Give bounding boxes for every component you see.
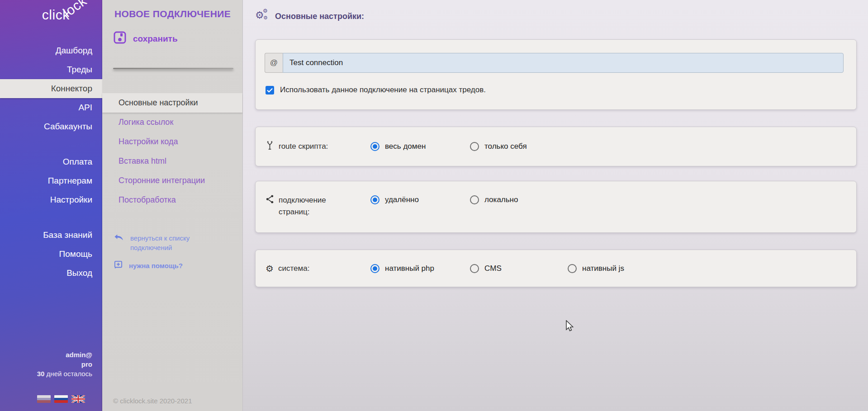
sidebar-item-dashboard[interactable]: Дашборд — [0, 41, 102, 60]
radio-remote[interactable]: удалённо — [370, 195, 419, 204]
radio-cms[interactable]: CMS — [470, 264, 502, 273]
menu-item-main-settings[interactable]: Основные настройки — [102, 93, 242, 113]
connection-name-input[interactable] — [283, 53, 844, 73]
menu-item-html-insert[interactable]: Вставка html — [102, 151, 242, 171]
menu-item-link-logic[interactable]: Логика ссылок — [102, 113, 242, 132]
flag-russia-faded-icon[interactable] — [37, 395, 51, 403]
language-switcher — [37, 395, 85, 403]
radio-native-js[interactable]: нативный js — [568, 264, 624, 273]
sidebar-item-subaccounts[interactable]: Сабакаунты — [0, 117, 102, 136]
sidebar-item-payment[interactable]: Оплата — [0, 152, 102, 171]
radio-selected-icon[interactable] — [370, 195, 379, 204]
account-email: admin@ — [37, 350, 92, 359]
route-script-label: route скрипта: — [266, 127, 328, 166]
divider — [113, 68, 233, 69]
help-link-label: нужна помощь? — [129, 262, 183, 269]
save-button[interactable]: сохранить — [111, 29, 180, 48]
radio-whole-domain[interactable]: весь домен — [370, 142, 426, 151]
sidebar-item-partners[interactable]: Партнерам — [0, 171, 102, 190]
gear-icon: ⚙ — [266, 264, 274, 273]
app-screen: clicklock Дашборд Треды Коннектор API Са… — [0, 0, 868, 411]
connection-panel: НОВОЕ ПОДКЛЮЧЕНИЕ сохранить Основные нас… — [102, 0, 243, 411]
sidebar-item-help[interactable]: Помощь — [0, 245, 102, 264]
radio-unselected-icon[interactable] — [568, 264, 577, 273]
sidebar-item-knowledge-base[interactable]: База знаний — [0, 226, 102, 245]
gears-icon: ⚙⚙⚙ — [255, 9, 270, 24]
radio-selected-icon[interactable] — [370, 264, 379, 273]
flag-uk-icon[interactable] — [71, 395, 85, 403]
radio-unselected-icon[interactable] — [470, 195, 479, 204]
save-icon — [113, 31, 127, 47]
back-to-connections-link[interactable]: вернуться к списку подключений — [114, 233, 207, 252]
menu-item-postprocessing[interactable]: Постобработка — [102, 190, 242, 210]
radio-local[interactable]: локально — [470, 195, 518, 204]
system-card: ⚙ система: нативный php CMS нативный js — [255, 250, 857, 287]
days-text: дней осталось — [47, 370, 92, 378]
spacer — [0, 209, 102, 226]
days-number: 30 — [37, 370, 45, 378]
account-days-left: 30 дней осталось — [37, 369, 92, 378]
connection-name-card: @ Использовать данное подключение на стр… — [255, 39, 857, 110]
radio-unselected-icon[interactable] — [470, 142, 479, 151]
sidebar-item-settings[interactable]: Настройки — [0, 190, 102, 209]
connection-name-group: @ — [265, 53, 844, 73]
pages-connection-label: подключение страниц: — [266, 181, 353, 232]
sidebar-item-logout[interactable]: Выход — [0, 264, 102, 283]
radio-native-php[interactable]: нативный php — [370, 264, 434, 273]
checkbox-label: Использовать данное подключение на стран… — [280, 85, 486, 94]
checkbox-checked-icon[interactable] — [266, 86, 274, 94]
section-title: Основные настройки: — [275, 12, 364, 21]
sidebar-item-connector[interactable]: Коннектор — [0, 79, 102, 98]
back-link-label: вернуться к списку подключений — [130, 233, 207, 252]
menu-item-integrations[interactable]: Сторонние интеграции — [102, 171, 242, 190]
main-content: ⚙⚙⚙ Основные настройки: @ Использовать д… — [243, 0, 868, 411]
at-icon: @ — [265, 53, 283, 73]
radio-selected-icon[interactable] — [370, 142, 379, 151]
section-header: ⚙⚙⚙ Основные настройки: — [255, 9, 364, 24]
sidebar: clicklock Дашборд Треды Коннектор API Са… — [0, 0, 102, 411]
account-info: admin@ pro 30 дней осталось — [37, 350, 92, 378]
app-logo[interactable]: clicklock — [42, 7, 94, 23]
use-on-threads-option[interactable]: Использовать данное подключение на стран… — [266, 85, 486, 94]
connection-settings-menu: Основные настройки Логика ссылок Настрой… — [102, 93, 242, 210]
save-button-label: сохранить — [133, 34, 178, 44]
spacer — [0, 136, 102, 152]
panel-title: НОВОЕ ПОДКЛЮЧЕНИЕ — [114, 9, 231, 19]
need-help-link[interactable]: нужна помощь? — [114, 260, 183, 270]
radio-only-self[interactable]: только себя — [470, 142, 527, 151]
system-label: ⚙ система: — [266, 250, 309, 287]
copyright-text: © clicklock.site 2020-2021 — [113, 397, 192, 405]
undo-arrow-icon — [114, 233, 124, 252]
radio-unselected-icon[interactable] — [470, 264, 479, 273]
pages-connection-card: подключение страниц: удалённо локально — [255, 181, 857, 233]
menu-item-code-settings[interactable]: Настройки кода — [102, 132, 242, 151]
flag-russia-icon[interactable] — [54, 395, 68, 403]
sidebar-item-threads[interactable]: Треды — [0, 60, 102, 79]
sidebar-nav: Дашборд Треды Коннектор API Сабакаунты О… — [0, 41, 102, 283]
share-icon — [266, 194, 274, 206]
route-icon — [266, 140, 274, 153]
route-script-card: route скрипта: весь домен только себя — [255, 127, 857, 166]
sidebar-item-api[interactable]: API — [0, 98, 102, 117]
account-plan: pro — [37, 359, 92, 369]
add-comment-icon — [114, 260, 123, 270]
